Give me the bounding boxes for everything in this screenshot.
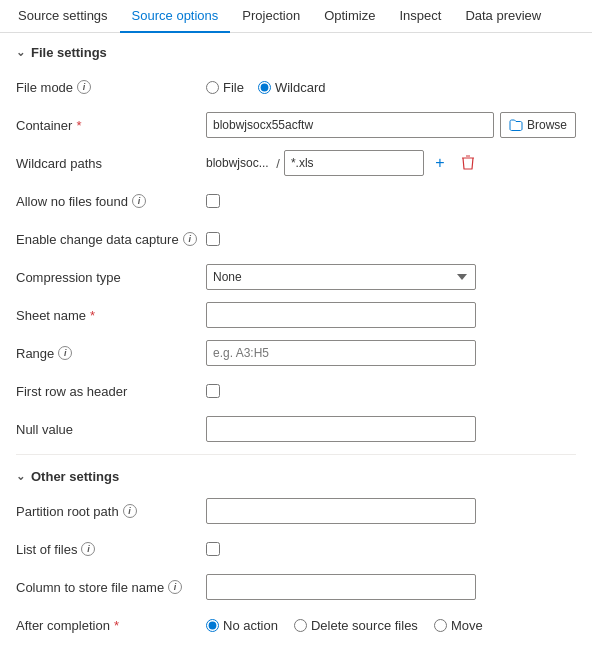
radio-file-text: File bbox=[223, 80, 244, 95]
partition-root-control bbox=[206, 498, 576, 524]
enable-change-row: Enable change data capture i bbox=[16, 226, 576, 252]
enable-change-checkbox[interactable] bbox=[206, 232, 220, 246]
other-settings-label: Other settings bbox=[31, 469, 119, 484]
trash-icon bbox=[461, 155, 475, 171]
container-row: Container * Browse bbox=[16, 112, 576, 138]
compression-select[interactable]: None bbox=[206, 264, 476, 290]
wildcard-controls: blobwjsoc... / + bbox=[206, 150, 576, 176]
partition-root-row: Partition root path i bbox=[16, 498, 576, 524]
list-of-files-control bbox=[206, 542, 576, 556]
delete-wildcard-button[interactable] bbox=[456, 151, 480, 175]
column-store-input[interactable] bbox=[206, 574, 476, 600]
tab-projection[interactable]: Projection bbox=[230, 0, 312, 33]
wildcard-separator: / bbox=[273, 156, 280, 171]
first-row-checkbox[interactable] bbox=[206, 384, 220, 398]
other-settings-chevron: ⌄ bbox=[16, 470, 25, 483]
range-row: Range i bbox=[16, 340, 576, 366]
container-required: * bbox=[76, 118, 81, 133]
list-of-files-row: List of files i bbox=[16, 536, 576, 562]
tab-source-options[interactable]: Source options bbox=[120, 0, 231, 33]
sheet-name-control bbox=[206, 302, 576, 328]
compression-type-control: None bbox=[206, 264, 576, 290]
enable-change-control bbox=[206, 232, 576, 246]
partition-root-label: Partition root path i bbox=[16, 504, 206, 519]
sheet-name-input[interactable] bbox=[206, 302, 476, 328]
container-label: Container * bbox=[16, 118, 206, 133]
partition-root-info-icon[interactable]: i bbox=[123, 504, 137, 518]
null-value-label: Null value bbox=[16, 422, 206, 437]
container-controls: Browse bbox=[206, 112, 576, 138]
compression-type-label: Compression type bbox=[16, 270, 206, 285]
tab-bar: Source settings Source options Projectio… bbox=[0, 0, 592, 33]
after-completion-label: After completion * bbox=[16, 618, 206, 633]
column-store-label: Column to store file name i bbox=[16, 580, 206, 595]
range-label: Range i bbox=[16, 346, 206, 361]
enable-change-label: Enable change data capture i bbox=[16, 232, 206, 247]
after-completion-row: After completion * No action Delete sour… bbox=[16, 612, 576, 638]
radio-wildcard[interactable] bbox=[258, 81, 271, 94]
range-info-icon[interactable]: i bbox=[58, 346, 72, 360]
column-store-row: Column to store file name i bbox=[16, 574, 576, 600]
partition-root-input[interactable] bbox=[206, 498, 476, 524]
range-control bbox=[206, 340, 576, 366]
wildcard-paths-label: Wildcard paths bbox=[16, 156, 206, 171]
tab-optimize[interactable]: Optimize bbox=[312, 0, 387, 33]
column-store-info-icon[interactable]: i bbox=[168, 580, 182, 594]
after-completion-controls: No action Delete source files Move bbox=[206, 618, 576, 633]
list-of-files-checkbox[interactable] bbox=[206, 542, 220, 556]
allow-no-files-checkbox[interactable] bbox=[206, 194, 220, 208]
enable-change-info-icon[interactable]: i bbox=[183, 232, 197, 246]
other-settings-header[interactable]: ⌄ Other settings bbox=[16, 469, 576, 484]
allow-no-files-control bbox=[206, 194, 576, 208]
first-row-header-row: First row as header bbox=[16, 378, 576, 404]
browse-button[interactable]: Browse bbox=[500, 112, 576, 138]
file-settings-label: File settings bbox=[31, 45, 107, 60]
wildcard-prefix-text: blobwjsoc... bbox=[206, 156, 269, 170]
allow-no-files-row: Allow no files found i bbox=[16, 188, 576, 214]
file-mode-row: File mode i File Wildcard bbox=[16, 74, 576, 100]
browse-label: Browse bbox=[527, 118, 567, 132]
radio-delete-source-text: Delete source files bbox=[311, 618, 418, 633]
null-value-control bbox=[206, 416, 576, 442]
sheet-name-required: * bbox=[90, 308, 95, 323]
wildcard-paths-row: Wildcard paths blobwjsoc... / + bbox=[16, 150, 576, 176]
first-row-label: First row as header bbox=[16, 384, 206, 399]
file-settings-chevron: ⌄ bbox=[16, 46, 25, 59]
list-of-files-info-icon[interactable]: i bbox=[81, 542, 95, 556]
wildcard-input[interactable] bbox=[284, 150, 424, 176]
tab-inspect[interactable]: Inspect bbox=[387, 0, 453, 33]
compression-type-row: Compression type None bbox=[16, 264, 576, 290]
null-value-input[interactable] bbox=[206, 416, 476, 442]
sheet-name-label: Sheet name * bbox=[16, 308, 206, 323]
after-completion-required: * bbox=[114, 618, 119, 633]
radio-move[interactable] bbox=[434, 619, 447, 632]
tab-source-settings[interactable]: Source settings bbox=[6, 0, 120, 33]
sheet-name-row: Sheet name * bbox=[16, 302, 576, 328]
add-wildcard-button[interactable]: + bbox=[428, 151, 452, 175]
tab-data-preview[interactable]: Data preview bbox=[453, 0, 553, 33]
file-mode-label: File mode i bbox=[16, 80, 206, 95]
radio-delete-source-label[interactable]: Delete source files bbox=[294, 618, 418, 633]
radio-wildcard-label[interactable]: Wildcard bbox=[258, 80, 326, 95]
radio-move-text: Move bbox=[451, 618, 483, 633]
container-input[interactable] bbox=[206, 112, 494, 138]
radio-move-label[interactable]: Move bbox=[434, 618, 483, 633]
column-store-control bbox=[206, 574, 576, 600]
radio-file-label[interactable]: File bbox=[206, 80, 244, 95]
file-settings-header[interactable]: ⌄ File settings bbox=[16, 45, 576, 60]
allow-no-files-label: Allow no files found i bbox=[16, 194, 206, 209]
range-input[interactable] bbox=[206, 340, 476, 366]
radio-delete-source[interactable] bbox=[294, 619, 307, 632]
radio-wildcard-text: Wildcard bbox=[275, 80, 326, 95]
list-of-files-label: List of files i bbox=[16, 542, 206, 557]
null-value-row: Null value bbox=[16, 416, 576, 442]
file-mode-radio-group: File Wildcard bbox=[206, 80, 326, 95]
radio-no-action-text: No action bbox=[223, 618, 278, 633]
radio-no-action-label[interactable]: No action bbox=[206, 618, 278, 633]
file-mode-controls: File Wildcard bbox=[206, 80, 576, 95]
radio-file[interactable] bbox=[206, 81, 219, 94]
allow-no-files-info-icon[interactable]: i bbox=[132, 194, 146, 208]
first-row-control bbox=[206, 384, 576, 398]
radio-no-action[interactable] bbox=[206, 619, 219, 632]
file-mode-info-icon[interactable]: i bbox=[77, 80, 91, 94]
